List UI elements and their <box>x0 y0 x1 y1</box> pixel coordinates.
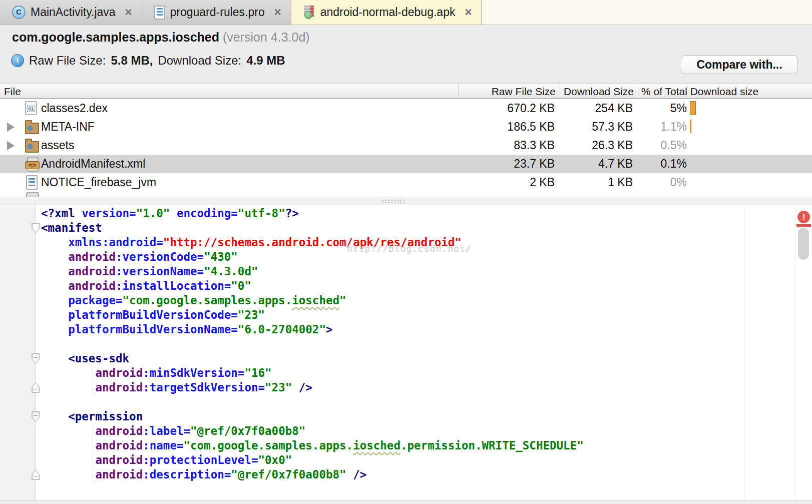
raw-file-size: 670.2 KB <box>507 102 555 115</box>
download-size: 254 KB <box>595 102 633 115</box>
code-token: android <box>95 424 143 437</box>
code-token: :versionName= <box>116 265 204 278</box>
fold-minus: − <box>32 412 40 419</box>
tab-mainactivity-java[interactable]: CMainActivity.java✕ <box>0 0 142 25</box>
code-token: "23" <box>265 381 292 394</box>
tab-proguard-rules-pro[interactable]: proguard-rules.pro✕ <box>142 0 291 25</box>
fold-minus: − <box>32 385 40 392</box>
code-line: platformBuildVersionName="6.0-2704002"> <box>41 322 584 337</box>
size-summary: i Raw File Size: 5.8 MB, Download Size: … <box>11 53 285 68</box>
code-token: :name= <box>143 439 183 452</box>
code-token <box>41 323 68 336</box>
fold-minus: − <box>32 354 40 361</box>
fold-marker[interactable]: − <box>32 353 40 364</box>
code-token: android <box>95 453 143 466</box>
vertical-scrollbar-thumb[interactable] <box>798 228 809 260</box>
code-token: "430" <box>204 250 238 263</box>
expand-arrow-icon[interactable] <box>7 123 15 132</box>
percent-bar <box>690 120 691 133</box>
code-token: iosched <box>292 294 339 307</box>
manifest-editor[interactable]: −−−− <?xml version="1.0" encoding="utf-8… <box>0 205 812 500</box>
code-token: :protectionLevel= <box>143 453 258 466</box>
code-token <box>41 279 68 292</box>
code-token <box>41 308 68 321</box>
code-token: "@ref/0x7f0a00b8" <box>231 468 346 481</box>
code-token: "utf-8" <box>238 207 285 220</box>
dex-label: 01 <box>27 106 35 112</box>
tab-label: android-normal-debug.apk <box>320 6 456 19</box>
code-token: <permission <box>68 410 143 423</box>
table-row[interactable]: assets83.3 KB26.3 KB0.5% <box>0 136 812 155</box>
code-line: android:installLocation="0" <box>41 279 584 293</box>
code-token <box>41 439 95 452</box>
code-line: android:label="@ref/0x7f0a00b8" <box>41 424 584 438</box>
code-token: android <box>68 250 116 263</box>
percent-of-total: 0.1% <box>661 157 687 171</box>
code-token: android <box>68 265 116 278</box>
file-name: AndroidManifest.xml <box>41 157 145 171</box>
file-name: classes2.dex <box>41 102 108 115</box>
watermark-text: http://blog.csdn.net/ <box>347 243 472 254</box>
code-token: "1.0" <box>136 207 170 220</box>
error-stripe-mark[interactable] <box>796 224 811 227</box>
fold-marker[interactable]: − <box>32 469 40 480</box>
file-name: META-INF <box>41 120 95 134</box>
splitter-grip-icon[interactable] <box>381 199 404 203</box>
download-size: 57.3 KB <box>592 120 633 134</box>
folder-icon <box>25 141 39 153</box>
code-line: android:targetSdkVersion="23" /> <box>41 380 584 395</box>
code-token <box>41 250 68 263</box>
file-name: assets <box>41 139 74 152</box>
code-token: <manifest <box>41 221 102 234</box>
close-icon[interactable]: ✕ <box>274 7 282 18</box>
column-divider <box>459 84 459 98</box>
code-token <box>41 453 95 466</box>
compare-with-button[interactable]: Compare with... <box>681 55 798 74</box>
editor-gutter: −−−− <box>0 205 36 500</box>
apk-analyzer-window: CMainActivity.java✕proguard-rules.pro✕an… <box>0 0 812 504</box>
close-icon[interactable]: ✕ <box>125 7 133 18</box>
tab-android-normal-debug-apk[interactable]: android-normal-debug.apk✕ <box>291 0 482 25</box>
fold-marker[interactable]: − <box>32 411 40 422</box>
tab-label: MainActivity.java <box>31 6 116 19</box>
percent-of-total: 0% <box>670 176 687 189</box>
table-row[interactable]: META-INF186.5 KB57.3 KB1.1% <box>0 118 812 136</box>
file-name: NOTICE_firebase_jvm <box>41 176 156 189</box>
code-token <box>41 381 95 394</box>
code-line: <uses-sdk <box>41 351 584 366</box>
close-icon[interactable]: ✕ <box>464 7 472 18</box>
code-token: platformBuildVersionName= <box>68 323 238 336</box>
download-size-value: 4.9 MB <box>246 54 285 68</box>
code-line: android:description="@ref/0x7f0a00b8" /> <box>41 467 584 482</box>
package-name: com.google.samples.apps.iosched <box>12 30 219 44</box>
code-line: android:versionName="4.3.0d" <box>41 264 584 279</box>
table-row[interactable]: 01classes2.dex670.2 KB254 KB5% <box>0 99 812 118</box>
error-stripe-separator <box>795 205 796 500</box>
right-margin-guide <box>744 205 744 500</box>
code-token: :minSdkVersion= <box>143 366 244 379</box>
panel-splitter[interactable] <box>0 197 812 205</box>
code-token: iosched <box>353 439 400 452</box>
info-icon: i <box>11 54 24 67</box>
file-table-header: File Raw File Size Download Size % of To… <box>0 83 812 99</box>
error-indicator-icon[interactable]: ! <box>797 211 810 223</box>
column-header-raw-file-size: Raw File Size <box>492 86 556 98</box>
code-token: .permission.WRITE_SCHEDULE" <box>400 439 584 452</box>
raw-size-value: 5.8 MB, <box>111 54 153 68</box>
code-token: "com.google.samples.apps. <box>123 294 292 307</box>
code-token: "com.google.samples.apps. <box>183 439 353 452</box>
code-token: "23" <box>238 308 265 321</box>
table-row[interactable]: NOTICE_firebase_jvm2 KB1 KB0% <box>0 173 812 192</box>
code-token <box>170 207 177 220</box>
fold-marker[interactable]: − <box>32 382 40 393</box>
code-token: android <box>95 366 143 379</box>
code-token: "0" <box>231 279 251 292</box>
table-row[interactable]: <>AndroidManifest.xml23.7 KB4.7 KB0.1% <box>0 155 812 173</box>
code-token: :label= <box>143 424 190 437</box>
percent-of-total: 0.5% <box>661 139 687 152</box>
expand-arrow-icon[interactable] <box>7 141 15 150</box>
raw-size-label: Raw File Size: <box>29 54 106 68</box>
fold-marker[interactable] <box>32 223 40 233</box>
code-area[interactable]: <?xml version="1.0" encoding="utf-8"?><m… <box>41 206 584 482</box>
code-token: android <box>95 468 143 481</box>
